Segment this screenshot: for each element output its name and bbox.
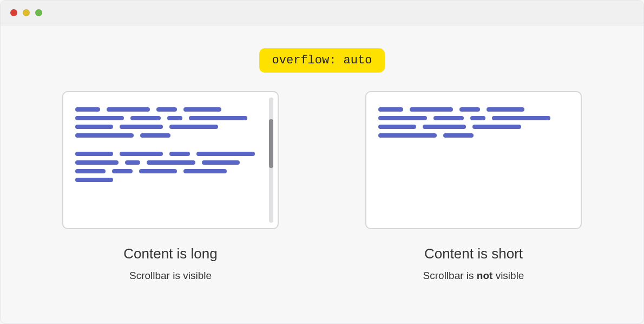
panel-long-content xyxy=(75,107,261,182)
placeholder-paragraph xyxy=(75,107,261,138)
placeholder-paragraph xyxy=(378,107,569,138)
panel-short-content xyxy=(378,107,569,138)
example-short-subtitle: Scrollbar is not visible xyxy=(423,270,524,282)
scrollbar-thumb[interactable] xyxy=(269,119,273,168)
diagram-content: overflow: auto xyxy=(1,25,643,282)
examples-row: Content is long Scrollbar is visible Con… xyxy=(62,91,582,282)
zoom-icon[interactable] xyxy=(35,9,42,16)
close-icon[interactable] xyxy=(10,9,17,16)
example-short: Content is short Scrollbar is not visibl… xyxy=(365,91,582,282)
panel-short xyxy=(365,91,582,229)
placeholder-paragraph xyxy=(75,152,261,182)
scrollbar-track[interactable] xyxy=(269,98,273,223)
example-long-subtitle: Scrollbar is visible xyxy=(129,270,212,282)
window-titlebar xyxy=(1,1,643,25)
example-long-title: Content is long xyxy=(123,245,217,262)
example-long: Content is long Scrollbar is visible xyxy=(62,91,279,282)
overflow-badge: overflow: auto xyxy=(259,48,385,73)
minimize-icon[interactable] xyxy=(23,9,30,16)
example-short-title: Content is short xyxy=(424,245,523,262)
panel-long xyxy=(62,91,279,229)
